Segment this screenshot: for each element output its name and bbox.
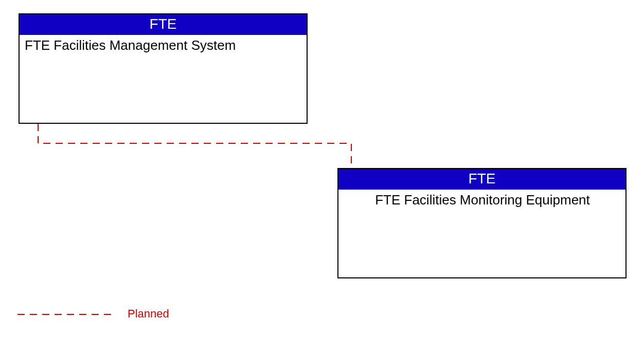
- node-header: FTE: [338, 169, 625, 190]
- node-header: FTE: [20, 14, 307, 35]
- connector-mgmt-monitor: [38, 124, 351, 168]
- legend-planned-label: Planned: [128, 307, 169, 321]
- node-fte-management-system: FTE FTE Facilities Management System: [19, 13, 308, 124]
- node-body: FTE Facilities Monitoring Equipment: [338, 190, 625, 209]
- node-fte-monitoring-equipment: FTE FTE Facilities Monitoring Equipment: [337, 168, 627, 278]
- node-body: FTE Facilities Management System: [20, 35, 307, 54]
